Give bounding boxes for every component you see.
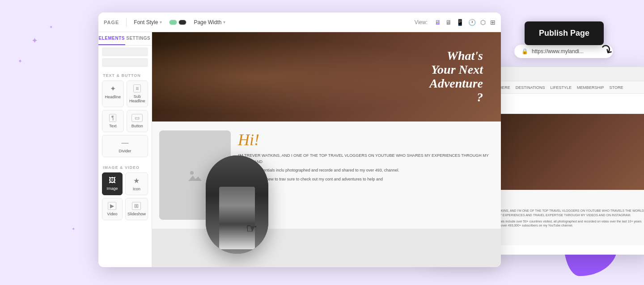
nav-item-membership: MEMBERSHIP xyxy=(577,85,604,90)
page-width-chevron: ▾ xyxy=(223,20,225,25)
sub-headline-label: Sub Headline xyxy=(129,94,146,103)
font-style-chevron: ▾ xyxy=(160,20,162,25)
text-button-section-label: TEXT & BUTTON xyxy=(98,69,152,80)
url-bar: 🔒 https://www.mylandi... xyxy=(514,45,613,58)
editor-body: ELEMENTS SETTINGS TEXT & BUTTON ✦ Headli… xyxy=(98,32,501,267)
sidebar-item-text[interactable]: ¶ Text xyxy=(102,110,124,132)
text-button-grid: ✦ Headline ≡ Sub Headline ¶ Text ▭ Butto… xyxy=(98,80,152,161)
image-video-grid: 🖼 Image ★ Icon ▶ Video ⊞ Slideshow xyxy=(98,172,152,224)
sparkle-icon-3: ✦ xyxy=(49,25,53,29)
sidebar-tabs: ELEMENTS SETTINGS xyxy=(98,32,152,46)
canvas-dragging-photo xyxy=(206,155,268,254)
font-style-selector[interactable]: Font Style ▾ xyxy=(134,19,162,25)
image-video-section-label: IMAGE & VIDEO xyxy=(98,161,152,172)
placeholder-row-2 xyxy=(102,58,148,67)
nav-item-store: STORE xyxy=(610,85,623,90)
divider-icon: — xyxy=(122,139,129,147)
sidebar-item-headline[interactable]: ✦ Headline xyxy=(102,80,124,107)
sparkle-icon: ✦ xyxy=(31,36,38,46)
font-style-label: Font Style xyxy=(134,19,158,25)
image-placeholder-icon xyxy=(184,164,206,186)
desktop-view-icon[interactable]: 🖥 xyxy=(435,19,441,26)
canvas-hero: What'sYour NextAdventure? xyxy=(152,32,501,122)
sidebar-item-slideshow[interactable]: ⊞ Slideshow xyxy=(125,198,148,220)
expand-icon[interactable]: ⊞ xyxy=(490,19,496,26)
drag-cursor-icon: ☞ xyxy=(246,221,257,236)
url-text: https://www.mylandi... xyxy=(532,48,584,54)
button-label: Button xyxy=(131,124,143,128)
canvas-cta-text: Whether you're new to trav sure to check… xyxy=(238,176,494,183)
icon-label: Icon xyxy=(133,187,140,191)
button-icon: ▭ xyxy=(131,114,143,122)
color-pill-dark[interactable] xyxy=(178,20,186,25)
tab-settings[interactable]: SETTINGS xyxy=(125,32,152,45)
sidebar-item-subheadline[interactable]: ≡ Sub Headline xyxy=(127,80,148,107)
history-icon[interactable]: 🕐 xyxy=(468,19,476,26)
browser-nav-items: START HERE DESTINATIONS LIFESTYLE MEMBER… xyxy=(485,85,623,90)
text-label: Text xyxy=(109,124,117,128)
video-label: Video xyxy=(107,212,118,216)
sidebar-item-divider[interactable]: — Divider xyxy=(102,135,148,157)
svg-point-0 xyxy=(190,171,194,175)
headline-icon: ✦ xyxy=(110,84,116,93)
monitor-view-icon[interactable]: 🖥 xyxy=(445,19,452,26)
sidebar-item-icon-element[interactable]: ★ Icon xyxy=(125,172,148,195)
image-label: Image xyxy=(106,186,118,191)
headline-label: Headline xyxy=(105,95,121,99)
icon-element-icon: ★ xyxy=(133,176,140,185)
sidebar-item-video[interactable]: ▶ Video xyxy=(102,198,123,220)
color-pills xyxy=(169,20,186,25)
editor-canvas: What'sYour NextAdventure? Hi! I' xyxy=(152,32,501,267)
nav-item-destinations: DESTINATIONS xyxy=(516,85,545,90)
video-icon: ▶ xyxy=(108,202,116,210)
text-icon: ¶ xyxy=(109,114,116,122)
publish-page-button[interactable]: Publish Page xyxy=(525,21,604,45)
lock-icon: 🔒 xyxy=(521,48,528,54)
tab-elements[interactable]: ELEMENTS xyxy=(98,32,125,45)
toolbar-separator xyxy=(126,18,127,27)
publish-btn-container: Publish Page ↷ xyxy=(525,21,604,45)
page-label: PAGE xyxy=(104,20,119,25)
toolbar-view-icons: 🖥 🖥 📱 🕐 ⬡ ⊞ xyxy=(435,19,496,26)
browser-text-area: Hi! I'M TREVER WATKINS, AND I'M ONE OF T… xyxy=(476,195,644,240)
image-icon: 🖼 xyxy=(109,176,116,184)
browser-body-text: I'M TREVER WATKINS, AND I'M ONE OF THE T… xyxy=(476,209,644,218)
tablet-view-icon[interactable]: 📱 xyxy=(456,19,464,26)
canvas-hi: Hi! xyxy=(238,130,494,149)
divider-label: Divider xyxy=(119,149,131,153)
person-silhouette xyxy=(219,187,255,249)
canvas-intro-text: I'M TREVER WATKINS, AND I ONE OF THE TOP… xyxy=(238,153,494,165)
sidebar-item-button[interactable]: ▭ Button xyxy=(127,110,148,132)
slideshow-label: Slideshow xyxy=(127,212,146,216)
canvas-text-area: Hi! I'M TREVER WATKINS, AND I ONE OF THE… xyxy=(238,130,494,197)
page-width-selector[interactable]: Page Width ▾ xyxy=(194,19,225,25)
editor-sidebar: ELEMENTS SETTINGS TEXT & BUTTON ✦ Headli… xyxy=(98,32,152,267)
browser-hi-text: Hi! xyxy=(476,195,644,207)
canvas-hero-title: What'sYour NextAdventure? xyxy=(429,49,483,104)
placeholder-row-1 xyxy=(102,47,148,56)
slideshow-icon: ⊞ xyxy=(132,202,141,210)
sparkle-icon-2: ✦ xyxy=(18,58,22,64)
page-editor: PAGE Font Style ▾ Page Width ▾ View: 🖥 🖥… xyxy=(98,13,501,267)
sidebar-item-image[interactable]: 🖼 Image xyxy=(102,172,123,195)
dragging-photo-inner xyxy=(206,155,268,254)
sub-headline-icon: ≡ xyxy=(133,84,141,92)
browser-body-text-2: My travel credentials include over 50+ c… xyxy=(476,219,644,228)
canvas-body-text: My travel credentials inclu photographed… xyxy=(238,168,494,174)
page-width-label: Page Width xyxy=(194,19,221,25)
canvas-hero-text: What'sYour NextAdventure? xyxy=(429,49,483,104)
color-pill-green[interactable] xyxy=(169,20,177,25)
sparkle-icon-6: ✦ xyxy=(72,226,75,231)
share-icon[interactable]: ⬡ xyxy=(480,19,486,26)
view-label: View: xyxy=(415,19,428,25)
editor-toolbar: PAGE Font Style ▾ Page Width ▾ View: 🖥 🖥… xyxy=(98,13,501,32)
canvas-content: Hi! I'M TREVER WATKINS, AND I ONE OF THE… xyxy=(152,122,501,229)
nav-item-lifestyle: LIFESTYLE xyxy=(551,85,572,90)
